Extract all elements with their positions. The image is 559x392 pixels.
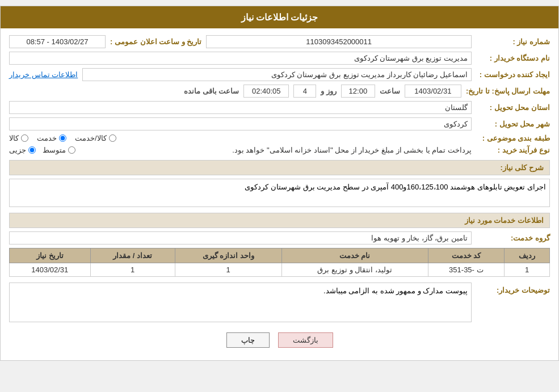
table-row: 1 ت -35-351 تولید، انتقال و توزیع برق 1 … [10, 263, 550, 277]
nooe-farayand-label: نوع فرآیند خرید : [476, 146, 550, 154]
cell-tarikh: 1403/02/31 [10, 263, 91, 277]
cell-tedad: 1 [90, 263, 175, 277]
mohlat-saat-label: ساعت [380, 87, 400, 95]
print-button[interactable]: چاپ [226, 332, 270, 348]
col-tarikh: تاریخ نیاز [10, 248, 91, 263]
nam-dastgah-value: مدیریت توزیع برق شهرستان کردکوی [9, 52, 472, 65]
tabaqe-label: طبقه بندی موضوعی : [476, 134, 550, 142]
cell-radif: 1 [505, 263, 550, 277]
cell-kod: ت -35-351 [428, 263, 505, 277]
mohlat-baghimande-label: ساعت باقی مانده [184, 87, 239, 95]
shahr-value: کردکوی [9, 117, 472, 130]
tarikh-value: 1403/02/27 - 08:57 [9, 35, 106, 48]
nooe-radio-group: متوسط جزیی [9, 146, 75, 154]
col-vahed: واحد اندازه گیری [175, 248, 281, 263]
nooe-farayand-text: پرداخت تمام یا بخشی از مبلغ خریدار از مح… [81, 146, 472, 154]
buttons-row: بازگشت چاپ [9, 332, 550, 348]
col-kod: کد خدمت [428, 248, 505, 263]
nam-dastgah-label: نام دستگاه خریدار : [476, 54, 550, 62]
back-button[interactable]: بازگشت [278, 332, 333, 348]
shahr-label: شهر محل تحویل : [476, 120, 550, 128]
nooe-motavaset[interactable]: متوسط [43, 146, 75, 154]
toseih-label: توضیحات خریدار: [476, 286, 550, 294]
tabaqe-kala-khadamat[interactable]: کالا/خدمت [75, 134, 116, 142]
ostan-value: گلستان [9, 101, 472, 114]
tabaqe-radio-group: کالا/خدمت خدمت کالا [9, 134, 472, 142]
ostan-label: استان محل تحویل : [476, 103, 550, 112]
tabaqe-kala[interactable]: کالا [9, 134, 28, 142]
nooe-farayand-group: پرداخت تمام یا بخشی از مبلغ خریدار از مح… [9, 146, 472, 154]
services-table: ردیف کد خدمت نام خدمت واحد اندازه گیری ت… [9, 248, 550, 277]
mohlat-rooz: 4 [293, 85, 316, 98]
khadamat-section-header: اطلاعات خدمات مورد نیاز [9, 213, 550, 228]
sharh-textarea[interactable] [9, 179, 550, 207]
col-tedad: تعداد / مقدار [90, 248, 175, 263]
shomare-niaz-label: شماره نیاز : [476, 37, 550, 46]
col-radif: ردیف [505, 248, 550, 263]
cell-nam: تولید، انتقال و توزیع برق [281, 263, 428, 277]
shomare-niaz-value: 1103093452000011 [206, 35, 472, 48]
page-title: جزئیات اطلاعات نیاز [1, 6, 558, 28]
ijad-value: اسماعیل رضائیان کاربرداز مدیریت توزیع بر… [82, 68, 472, 81]
mohlat-date: 1403/02/31 [405, 85, 461, 98]
tabaqe-khadamat[interactable]: خدمت [37, 134, 66, 142]
cell-vahed: 1 [175, 263, 281, 277]
nooe-jozvi[interactable]: جزیی [9, 146, 36, 154]
mohlat-baghimande: 02:40:05 [243, 85, 289, 98]
mohlat-saat: 12:00 [341, 85, 375, 98]
mohlat-rooz-label: روز و [321, 87, 337, 95]
ijad-link[interactable]: اطلاعات تماس خریدار [9, 70, 78, 79]
mohlat-label: مهلت ارسال پاسخ: تا تاریخ: [466, 87, 550, 95]
col-nam: نام خدمت [281, 248, 428, 263]
tarikh-label: تاریخ و ساعت اعلان عمومی : [110, 37, 201, 46]
grooh-value: تامین برق، گاز، بخار و تهویه هوا [9, 231, 472, 245]
ijad-label: ایجاد کننده درخواست : [476, 70, 550, 79]
grooh-label: گروه خدمت: [476, 234, 550, 242]
sharh-section-header: شرح کلی نیاز: [9, 160, 550, 175]
toseih-textarea[interactable] [9, 283, 472, 322]
